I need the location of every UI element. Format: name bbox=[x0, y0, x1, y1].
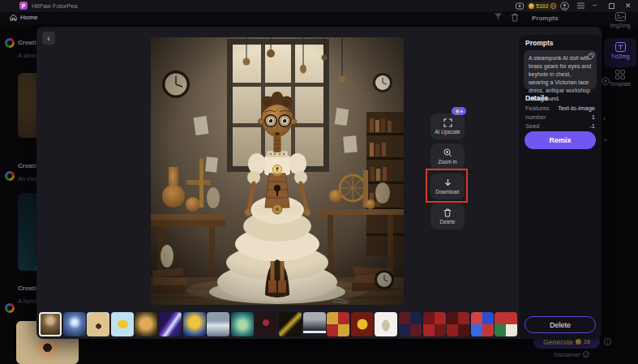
copy-icon[interactable] bbox=[588, 53, 594, 59]
thumbnail-steampunk-doll[interactable] bbox=[39, 312, 62, 336]
credits-count: 5102 bbox=[536, 3, 549, 9]
back-button[interactable]: ‹ bbox=[42, 32, 55, 45]
delete-label: Delete bbox=[440, 219, 456, 225]
pro-coin-badge bbox=[452, 107, 466, 115]
thumbnail-strip bbox=[39, 312, 519, 337]
detail-row-number: number 1 bbox=[525, 113, 595, 122]
generated-image bbox=[151, 37, 404, 305]
upscale-icon bbox=[443, 118, 452, 127]
detail-value: 1 bbox=[592, 113, 595, 121]
model-icon bbox=[5, 38, 15, 48]
thumbnail-banana[interactable] bbox=[111, 312, 134, 336]
detail-value: Text-to-Image bbox=[558, 105, 595, 112]
detail-panel: Prompts A steampunk AI doll with brass g… bbox=[519, 35, 602, 339]
img2img-label: Img2img bbox=[610, 23, 631, 28]
thumbnail-sea-creature[interactable] bbox=[231, 312, 254, 336]
delete-button[interactable]: Delete bbox=[430, 203, 465, 229]
credits-balance[interactable]: 5102 + bbox=[526, 2, 559, 11]
thumbnail-xmas-grid-2[interactable] bbox=[447, 312, 469, 336]
thumbnail-white-vase[interactable] bbox=[375, 312, 397, 336]
detail-row-features: Features Text-to-Image bbox=[525, 104, 595, 113]
delete-image-button[interactable]: Delete bbox=[525, 316, 596, 333]
chevron-down-icon[interactable]: ⌄ bbox=[602, 135, 609, 143]
trash-icon[interactable] bbox=[511, 13, 519, 22]
detail-value: -1 bbox=[589, 122, 595, 130]
expand-circle-icon[interactable] bbox=[602, 77, 610, 85]
close-button[interactable]: ✕ bbox=[625, 2, 632, 10]
thumbnail-gold-robot[interactable] bbox=[183, 312, 206, 336]
thumbnail-xmas-kids-grid[interactable] bbox=[495, 312, 517, 336]
delete-icon bbox=[443, 208, 452, 217]
thumbnail-comic-grid-blue[interactable] bbox=[471, 312, 494, 336]
thumbnail-xmas-grid-1[interactable] bbox=[423, 312, 446, 336]
maximize-button[interactable] bbox=[609, 3, 614, 9]
disclaimer-link[interactable]: Disclaimer i bbox=[535, 351, 608, 358]
img2img-icon bbox=[615, 12, 626, 21]
prompts-title: Prompts bbox=[525, 39, 553, 47]
coin-icon bbox=[576, 339, 581, 345]
detail-label: number bbox=[525, 113, 546, 121]
thumbnail-its-back-poster[interactable] bbox=[303, 312, 326, 336]
generate-info-icon[interactable]: i bbox=[604, 338, 611, 345]
screenshot-icon[interactable] bbox=[516, 2, 524, 10]
ai-upscale-label: AI Upscale bbox=[435, 129, 460, 135]
thumbnail-doge[interactable] bbox=[135, 312, 157, 336]
txt2img-icon bbox=[615, 42, 626, 52]
detail-label: Seed bbox=[525, 122, 540, 130]
app-window: P HitPaw FotorPea 5102 + – ✕ Home Prompt… bbox=[0, 0, 638, 364]
account-avatar[interactable] bbox=[560, 2, 569, 11]
app-logo-icon: P bbox=[19, 2, 28, 10]
prompt-box: A steampunk AI doll with brass gears for… bbox=[524, 50, 597, 89]
detail-label: Features bbox=[525, 105, 550, 112]
zoom-in-label: Zoom in bbox=[438, 159, 456, 165]
thumbnail-ice-queen[interactable] bbox=[63, 312, 86, 336]
ai-upscale-button[interactable]: AI Upscale bbox=[430, 113, 465, 139]
menu-icon[interactable] bbox=[577, 2, 584, 9]
coin-icon bbox=[529, 3, 534, 9]
app-title: HitPaw FotorPea bbox=[32, 2, 78, 10]
sidebar-item-txt2img[interactable]: Txt2img bbox=[602, 42, 638, 59]
sidebar-item-img2img[interactable]: Img2img bbox=[602, 12, 638, 28]
page-prompts-header: Prompts bbox=[532, 15, 558, 22]
thumbnail-anime-action[interactable] bbox=[159, 312, 182, 336]
txt2img-label: Txt2img bbox=[610, 54, 629, 59]
thumbnail-gold-hero-grid[interactable] bbox=[327, 312, 349, 336]
home-icon bbox=[10, 14, 17, 21]
thumbnail-gear-sunflower[interactable] bbox=[351, 312, 374, 336]
annotation-highlight-download bbox=[426, 169, 468, 203]
remix-button[interactable]: Remix bbox=[525, 131, 596, 149]
history-item-prompt: A huma bbox=[18, 298, 38, 305]
model-icon bbox=[5, 303, 15, 313]
chevron-right-icon[interactable]: › bbox=[603, 114, 606, 122]
add-credits-button[interactable]: + bbox=[550, 3, 556, 9]
details-title: Details bbox=[525, 94, 548, 102]
export-icon[interactable] bbox=[494, 13, 503, 22]
detail-row-seed: Seed -1 bbox=[525, 122, 595, 131]
thumbnail-military-dark[interactable] bbox=[279, 312, 302, 336]
tab-home-label: Home bbox=[20, 14, 37, 21]
minimize-button[interactable]: – bbox=[593, 1, 597, 9]
thumbnail-dark-emblem[interactable] bbox=[255, 312, 277, 336]
zoom-in-button[interactable]: Zoom in bbox=[430, 143, 465, 169]
template-label: Template bbox=[610, 81, 631, 87]
zoom-in-icon bbox=[443, 148, 452, 157]
thumbnail-penguin-scene[interactable] bbox=[207, 312, 229, 336]
disclaimer-info-icon: i bbox=[583, 351, 589, 358]
image-viewer-modal: ‹ bbox=[36, 27, 602, 339]
generate-label: Generate bbox=[543, 338, 573, 346]
titlebar: P HitPaw FotorPea 5102 + – ✕ bbox=[0, 0, 638, 11]
model-icon bbox=[5, 171, 15, 181]
tab-home[interactable]: Home bbox=[10, 14, 37, 21]
generate-cost: 16 bbox=[584, 338, 590, 345]
template-icon bbox=[615, 70, 625, 79]
disclaimer-label: Disclaimer bbox=[554, 352, 580, 358]
thumbnail-comic-laugh[interactable] bbox=[87, 312, 109, 336]
thumbnail-dark-comic-grid[interactable] bbox=[399, 312, 422, 336]
history-item-prompt: An eleg bbox=[18, 175, 38, 182]
